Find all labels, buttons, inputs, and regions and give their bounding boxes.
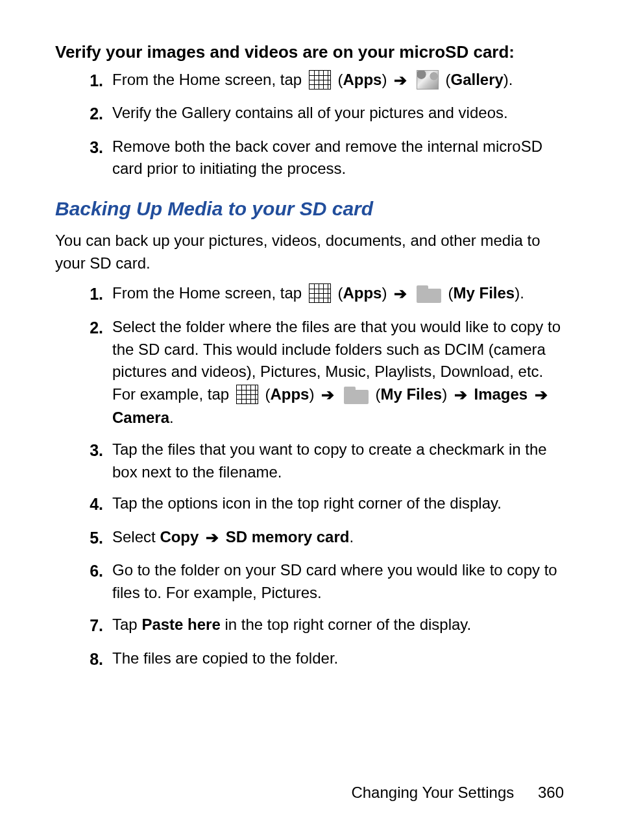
list-item: 2. Select the folder where the files are…: [64, 316, 564, 429]
step-body: Tap the files that you want to copy to c…: [112, 438, 564, 484]
step-number: 2.: [64, 102, 112, 126]
apps-label: Apps: [343, 71, 382, 88]
arrow-icon: ➔: [394, 69, 407, 92]
list-item: 7. Tap Paste here in the top right corne…: [64, 614, 564, 638]
step-text: From the Home screen, tap: [112, 71, 306, 88]
period: .: [169, 409, 174, 426]
apps-grid-icon: [309, 70, 331, 90]
step-text: From the Home screen, tap: [112, 284, 306, 302]
list-item: 4. Tap the options icon in the top right…: [64, 492, 564, 517]
apps-label: Apps: [343, 284, 382, 302]
list-item: 1. From the Home screen, tap (Apps) ➔ (M…: [64, 282, 564, 307]
step-number: 6.: [64, 559, 112, 584]
myfiles-label: My Files: [453, 284, 515, 302]
period: .: [349, 528, 354, 546]
step-number: 7.: [64, 614, 112, 638]
list-item: 5. Select Copy ➔ SD memory card.: [64, 526, 564, 551]
apps-grid-icon: [236, 385, 258, 404]
step-body: Remove both the back cover and remove th…: [112, 136, 564, 181]
section1-steps: 1. From the Home screen, tap (Apps) ➔ (G…: [64, 69, 564, 181]
step-body: Go to the folder on your SD card where y…: [112, 559, 564, 605]
list-item: 1. From the Home screen, tap (Apps) ➔ (G…: [64, 69, 564, 93]
apps-label: Apps: [270, 385, 309, 403]
page-footer: Changing Your Settings 360: [351, 782, 564, 804]
step-body: From the Home screen, tap (Apps) ➔ (Gall…: [112, 69, 564, 92]
folder-icon: [344, 385, 369, 404]
camera-label: Camera: [112, 409, 169, 426]
step-number: 5.: [64, 526, 112, 551]
step-number: 8.: [64, 647, 112, 672]
step-body: The files are copied to the folder.: [112, 647, 564, 670]
step-number: 2.: [64, 316, 112, 341]
step-body: Tap Paste here in the top right corner o…: [112, 614, 564, 636]
step-body: Tap the options icon in the top right co…: [112, 492, 564, 515]
arrow-icon: ➔: [535, 384, 548, 407]
arrow-icon: ➔: [321, 384, 334, 407]
step-text: Select: [112, 528, 160, 546]
step-text-post: in the top right corner of the display.: [225, 616, 471, 633]
images-label: Images: [474, 385, 528, 403]
section2-intro: You can back up your pictures, videos, d…: [55, 230, 564, 275]
folder-icon: [417, 283, 441, 303]
apps-grid-icon: [309, 283, 331, 303]
page-number: 360: [538, 782, 564, 804]
arrow-icon: ➔: [394, 283, 407, 306]
list-item: 8. The files are copied to the folder.: [64, 647, 564, 672]
manual-page: Verify your images and videos are on you…: [0, 0, 619, 840]
step-body: From the Home screen, tap (Apps) ➔ (My F…: [112, 282, 564, 306]
list-item: 6. Go to the folder on your SD card wher…: [64, 559, 564, 605]
step-body: Verify the Gallery contains all of your …: [112, 102, 564, 125]
chapter-title: Changing Your Settings: [351, 784, 514, 801]
step-number: 1.: [64, 69, 112, 93]
copy-label: Copy: [160, 528, 199, 546]
gallery-label: Gallery: [450, 71, 503, 88]
list-item: 3. Tap the files that you want to copy t…: [64, 438, 564, 484]
period: .: [509, 71, 513, 88]
step-text: Tap: [112, 616, 141, 633]
period: .: [520, 284, 524, 302]
gallery-icon: [417, 70, 439, 90]
list-item: 3. Remove both the back cover and remove…: [64, 136, 564, 181]
section2-steps: 1. From the Home screen, tap (Apps) ➔ (M…: [64, 282, 564, 671]
step-number: 1.: [64, 282, 112, 307]
step-body: Select the folder where the files are th…: [112, 316, 564, 429]
section1-lead: Verify your images and videos are on you…: [55, 40, 564, 65]
section2-heading: Backing Up Media to your SD card: [55, 195, 564, 223]
myfiles-label: My Files: [380, 385, 442, 403]
paste-label: Paste here: [141, 616, 220, 633]
sd-label: SD memory card: [226, 528, 350, 546]
list-item: 2. Verify the Gallery contains all of yo…: [64, 102, 564, 126]
step-number: 4.: [64, 492, 112, 517]
step-number: 3.: [64, 136, 112, 160]
step-body: Select Copy ➔ SD memory card.: [112, 526, 564, 549]
arrow-icon: ➔: [206, 527, 219, 549]
step-number: 3.: [64, 438, 112, 463]
arrow-icon: ➔: [454, 384, 467, 407]
